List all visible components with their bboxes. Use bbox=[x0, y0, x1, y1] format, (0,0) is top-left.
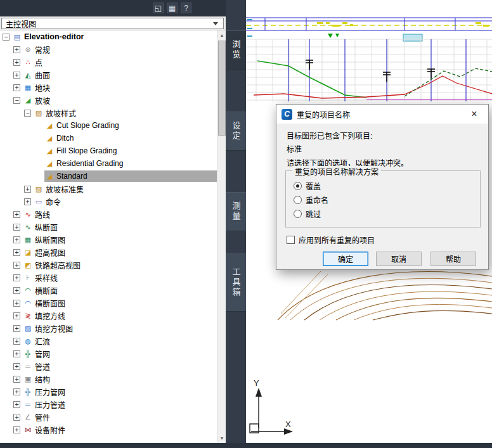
expand-toggle-icon[interactable]: + bbox=[13, 46, 20, 53]
tab-toolbox[interactable]: 工具箱 bbox=[226, 253, 246, 312]
expand-toggle-icon[interactable]: + bbox=[13, 236, 20, 243]
radio-button-icon[interactable] bbox=[294, 210, 302, 218]
help-icon[interactable]: ? bbox=[181, 3, 191, 13]
help-button[interactable]: 帮助 bbox=[430, 252, 476, 266]
radio-option-overwrite[interactable]: 覆盖 bbox=[294, 179, 328, 193]
apply-all-checkbox[interactable] bbox=[287, 236, 295, 244]
tree-item-general[interactable]: +⊛常规 bbox=[0, 43, 217, 56]
expand-toggle-icon[interactable]: + bbox=[13, 287, 20, 294]
tree-item-pressure-pipes[interactable]: +═压力管道 bbox=[0, 398, 217, 411]
panel-grid-icon[interactable]: ▦ bbox=[167, 3, 178, 13]
tree-item-fill-slope-grading[interactable]: ◢Fill Slope Grading bbox=[0, 144, 217, 157]
expand-toggle-icon[interactable]: + bbox=[13, 414, 20, 421]
apply-all-label: 应用到所有重复的项目 bbox=[299, 234, 375, 245]
expand-toggle-icon[interactable]: + bbox=[13, 224, 20, 231]
rail-superelevation-view-icon: ◩ bbox=[23, 261, 33, 269]
expand-toggle-icon[interactable]: + bbox=[13, 325, 20, 332]
tree-item-pipes[interactable]: +═管道 bbox=[0, 360, 217, 373]
expand-toggle-icon[interactable]: + bbox=[13, 426, 20, 433]
radio-option-label: 重命名 bbox=[306, 195, 328, 205]
expand-toggle-icon[interactable]: + bbox=[13, 249, 20, 256]
expand-toggle-icon[interactable]: + bbox=[13, 338, 20, 345]
tree-item-grading-criteria-sets[interactable]: +▨放坡标准集 bbox=[0, 182, 217, 195]
tree-item-section-views[interactable]: +◠横断面图 bbox=[0, 297, 217, 309]
dialog-titlebar[interactable]: C 重复的项目名称 × bbox=[276, 105, 488, 124]
tree-item-rail-superelevation-views[interactable]: +◩铁路超高视图 bbox=[0, 259, 217, 271]
expand-toggle-icon[interactable]: + bbox=[13, 300, 20, 307]
tree-item-label: 横断面 bbox=[35, 285, 58, 296]
collapse-toggle-icon[interactable]: − bbox=[24, 110, 31, 117]
tab-prospector[interactable]: 浏览 bbox=[226, 30, 246, 70]
expand-toggle-icon[interactable]: + bbox=[13, 262, 20, 269]
radio-button-icon[interactable] bbox=[294, 182, 302, 190]
ok-button[interactable]: 确定 bbox=[323, 252, 368, 266]
expand-toggle-icon[interactable]: + bbox=[13, 274, 20, 281]
expand-toggle-icon[interactable]: + bbox=[13, 59, 20, 66]
dialog-title: 重复的项目名称 bbox=[297, 109, 350, 120]
apply-all-row[interactable]: 应用到所有重复的项目 bbox=[287, 234, 375, 245]
tree-item-label: Ditch bbox=[56, 134, 74, 143]
tree-item-parcels[interactable]: +▦地块 bbox=[0, 81, 217, 94]
expand-toggle-icon[interactable]: + bbox=[13, 363, 20, 370]
collapse-toggle-icon[interactable]: − bbox=[3, 34, 10, 41]
tree-item-content: ▨放坡标准集 bbox=[34, 183, 217, 195]
tree-item-quantity-lines[interactable]: +≷填挖方线 bbox=[0, 309, 217, 322]
expand-toggle-icon[interactable]: + bbox=[13, 350, 20, 357]
tree-item-fittings[interactable]: +∠管件 bbox=[0, 411, 217, 423]
tree-item-quantity-views[interactable]: +▨填挖方视图 bbox=[0, 322, 217, 335]
tree-item-pressure-networks[interactable]: +╬压力管网 bbox=[0, 385, 217, 398]
tree-item-structures[interactable]: +▣结构 bbox=[0, 373, 217, 385]
tree-item-superelevation-views[interactable]: +◪超高视图 bbox=[0, 246, 217, 259]
tree-item-points[interactable]: +∴点 bbox=[0, 56, 217, 68]
tree-item-label: Fill Slope Grading bbox=[56, 146, 117, 155]
scroll-up-icon[interactable]: ▲ bbox=[217, 30, 226, 40]
section-view-icon: ◠ bbox=[23, 299, 33, 307]
radio-option-rename[interactable]: 重命名 bbox=[294, 193, 328, 207]
expand-toggle-icon[interactable]: + bbox=[13, 401, 20, 408]
expand-toggle-icon[interactable]: + bbox=[13, 84, 20, 91]
tree-item-residential-grading[interactable]: ◢Residential Grading bbox=[0, 157, 217, 170]
tree-item-appurtenances[interactable]: +⋈设备附件 bbox=[0, 423, 217, 436]
tree-item-sections[interactable]: +◠横断面 bbox=[0, 284, 217, 297]
tree-item-content: ╬管网 bbox=[23, 348, 217, 359]
tree-item-alignments[interactable]: +∿路线 bbox=[0, 208, 217, 221]
tree-item-content: ◢Fill Slope Grading bbox=[44, 145, 217, 157]
close-icon[interactable]: × bbox=[465, 107, 483, 121]
tab-settings[interactable]: 设定 bbox=[226, 112, 246, 151]
expand-toggle-icon[interactable]: + bbox=[13, 376, 20, 383]
expand-toggle-icon[interactable]: + bbox=[13, 388, 20, 395]
tree-item-standard[interactable]: ◢Standard bbox=[0, 170, 217, 182]
collapse-toggle-icon[interactable]: − bbox=[13, 97, 20, 104]
tree-item-elevation-editor[interactable]: −▤Elevation-editor bbox=[0, 30, 217, 43]
expand-toggle-icon[interactable]: + bbox=[13, 211, 20, 218]
general-icon: ⊛ bbox=[23, 46, 33, 54]
scroll-down-icon[interactable]: ▼ bbox=[217, 433, 226, 443]
tree-item-catchments[interactable]: +◍汇流 bbox=[0, 335, 217, 347]
dock-panel-icon[interactable]: ◱ bbox=[153, 3, 164, 13]
tree-item-surfaces[interactable]: +◭曲面 bbox=[0, 68, 217, 81]
expand-toggle-icon[interactable]: + bbox=[24, 186, 31, 193]
tree-item-pipe-networks[interactable]: +╬管网 bbox=[0, 347, 217, 360]
expand-toggle-icon[interactable]: + bbox=[13, 72, 20, 79]
tree-scrollbar[interactable]: ▲ ▼ bbox=[217, 30, 226, 443]
tree-item-commands[interactable]: +▭命令 bbox=[0, 195, 217, 208]
radio-button-icon[interactable] bbox=[294, 196, 302, 204]
tab-survey[interactable]: 测量 bbox=[226, 192, 246, 231]
scrollbar-thumb[interactable] bbox=[218, 41, 226, 136]
expand-toggle-icon[interactable]: + bbox=[24, 198, 31, 205]
slope-style-icon: ◢ bbox=[44, 172, 55, 181]
tree-item-sample-lines[interactable]: +⊦采样线 bbox=[0, 271, 217, 284]
tree-item-content: ◪超高视图 bbox=[23, 246, 217, 258]
tree-item-profile-views[interactable]: +▦纵断面图 bbox=[0, 233, 217, 246]
tree-item-ditch[interactable]: ◢Ditch bbox=[0, 132, 217, 144]
view-selector-dropdown[interactable]: 主控视图 bbox=[1, 18, 224, 29]
expand-toggle-icon[interactable]: + bbox=[13, 312, 20, 319]
tree-item-cut-slope-grading[interactable]: ◢Cut Slope Grading bbox=[0, 119, 217, 132]
cancel-button[interactable]: 取消 bbox=[376, 252, 422, 266]
tree-item-grading[interactable]: −◢放坡 bbox=[0, 94, 217, 106]
radio-option-skip[interactable]: 跳过 bbox=[294, 207, 328, 221]
tree-item-grading-styles[interactable]: −▧放坡样式 bbox=[0, 106, 217, 119]
tree-item-content: ◢Standard bbox=[44, 170, 217, 182]
tree-item-profiles[interactable]: +∿纵断面 bbox=[0, 221, 217, 233]
grading-icon: ◢ bbox=[23, 96, 33, 105]
